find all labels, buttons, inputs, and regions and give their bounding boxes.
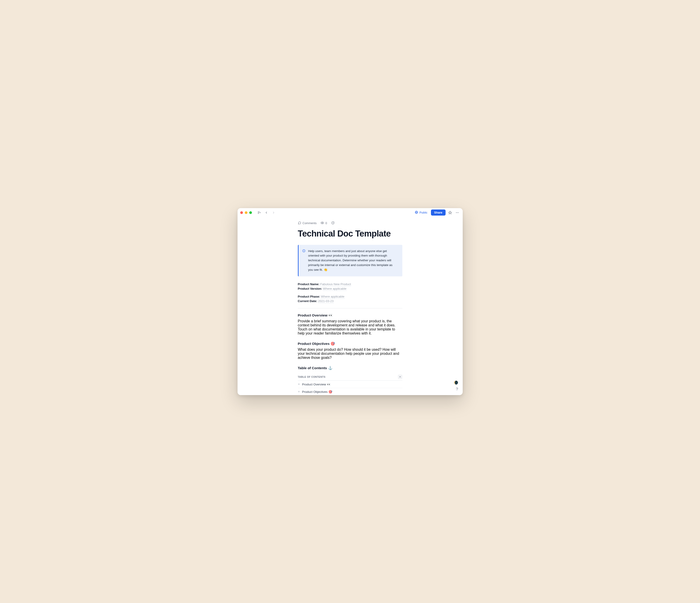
field-product-name[interactable]: Product Name: Fabulous New Product [298, 282, 402, 286]
info-callout: Help users, team members and just about … [298, 245, 402, 276]
comment-icon [298, 221, 301, 225]
toolbar: Public Share [238, 208, 463, 217]
close-window-button[interactable] [240, 211, 243, 214]
field-label: Product Version: [298, 287, 322, 290]
toc-header-row: TABLE OF CONTENTS [298, 373, 402, 381]
page-title: Technical Doc Template [298, 229, 402, 239]
visibility-label: Public [420, 211, 427, 214]
overview-body[interactable]: Provide a brief summary covering what yo… [298, 319, 402, 335]
objectives-body[interactable]: What does your product do? How should it… [298, 347, 402, 360]
svg-marker-6 [449, 211, 451, 214]
eye-icon [321, 221, 324, 225]
toc-item-label: Product Overview 👀 [302, 383, 331, 386]
comments-label: Comments [303, 221, 317, 225]
toc-item[interactable]: Product Objectives 🎯 [298, 388, 402, 395]
field-label: Current Date: [298, 299, 317, 303]
clock-icon [331, 221, 334, 225]
section-heading-overview: Product Overview 👀 [298, 313, 402, 317]
field-placeholder: 2021-03-23 [318, 299, 334, 303]
info-icon [302, 249, 305, 272]
toc-list: Product Overview 👀Product Objectives 🎯Ta… [298, 381, 402, 395]
maximize-window-button[interactable] [249, 211, 252, 214]
visibility-public-badge[interactable]: Public [413, 210, 429, 216]
more-menu-button[interactable] [455, 210, 460, 215]
history-button[interactable] [331, 221, 334, 225]
help-button[interactable]: ? [456, 387, 458, 391]
toc-bullet-icon [298, 384, 299, 385]
field-placeholder: Where applicable [323, 287, 346, 291]
globe-icon [415, 211, 418, 215]
favorite-star-button[interactable] [447, 210, 453, 215]
field-product-phase[interactable]: Product Phase: Where applicable [298, 295, 402, 299]
sidebar-toggle-icon[interactable] [256, 210, 262, 215]
field-placeholder: Where applicable [321, 295, 344, 299]
share-button[interactable]: Share [431, 210, 445, 216]
chevron-up-icon [399, 376, 401, 378]
field-label: Product Phase: [298, 295, 320, 298]
views-counter[interactable]: 0 [321, 221, 327, 225]
comments-button[interactable]: Comments [298, 221, 317, 225]
minimize-window-button[interactable] [245, 211, 247, 214]
toc-item-label: Product Objectives 🎯 [302, 390, 332, 393]
window-controls [240, 211, 252, 214]
views-count: 0 [325, 221, 327, 225]
field-placeholder: Fabulous New Product [320, 283, 351, 286]
section-heading-objectives: Product Objectives 🎯 [298, 342, 402, 346]
nav-forward-button[interactable] [271, 210, 276, 215]
callout-text: Help users, team members and just about … [308, 249, 397, 272]
svg-point-9 [458, 212, 458, 213]
toc-label: TABLE OF CONTENTS [298, 376, 326, 378]
app-window: Public Share Comments [238, 208, 463, 395]
toc-item[interactable]: Product Overview 👀 [298, 381, 402, 388]
theme-toggle-button[interactable]: 🌘 [454, 381, 458, 385]
svg-point-10 [322, 222, 323, 223]
field-product-version[interactable]: Product Version: Where applicable [298, 287, 402, 291]
svg-point-7 [456, 212, 456, 213]
field-label: Product Name: [298, 283, 320, 286]
toc-heading: Table of Contents ⚓ [298, 366, 402, 370]
page-body: Comments 0 Technical Doc Template [238, 217, 463, 395]
nav-back-button[interactable] [264, 210, 269, 215]
objectives-placeholder: What does your product do? How should it… [298, 347, 399, 360]
svg-point-8 [457, 212, 457, 213]
toc-collapse-button[interactable] [398, 375, 402, 379]
overview-placeholder: Provide a brief summary covering what yo… [298, 319, 396, 335]
field-current-date[interactable]: Current Date: 2021-03-23 [298, 299, 402, 303]
toc-bullet-icon [298, 391, 299, 392]
page-meta-row: Comments 0 [298, 221, 402, 225]
